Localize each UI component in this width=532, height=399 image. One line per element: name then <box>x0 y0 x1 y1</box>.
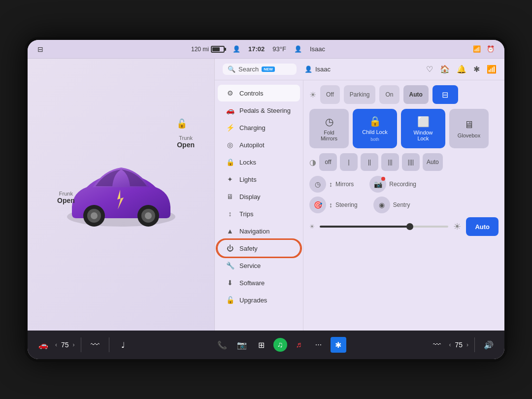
brightness-auto-button[interactable]: Auto <box>466 217 499 236</box>
controls-area: ☀ Off Parking On Auto ⊟ ◷ <box>303 80 504 331</box>
temp-left-arrow-down[interactable]: ‹ <box>55 341 57 348</box>
temp-left-arrow-up[interactable]: › <box>73 341 75 348</box>
phone-icon[interactable]: 📞 <box>214 337 230 353</box>
status-center: 120 mi 👤 17:02 93°F 👤 Isaac <box>191 45 325 53</box>
display-toggle-icon: ⊟ <box>442 90 448 100</box>
glovebox-icon: 🖥 <box>464 119 474 131</box>
vent-level3-button[interactable]: ||| <box>381 153 399 171</box>
child-lock-label: Child Lock <box>362 129 387 135</box>
temp-right-value: 75 <box>455 341 463 349</box>
music-note-icon[interactable]: ♩ <box>115 337 131 353</box>
lights-control-row: ☀ Off Parking On Auto ⊟ <box>309 85 499 104</box>
brightness-low-icon: ☀ <box>309 223 315 230</box>
battery-fill <box>212 47 220 51</box>
temp-right-arrow-down[interactable]: ‹ <box>449 341 451 348</box>
vent-level2-button[interactable]: || <box>361 153 378 171</box>
vent-level4-icon: |||| <box>408 159 414 166</box>
trips-icon: ↕ <box>226 210 234 218</box>
frunk-status: Frunk Open <box>57 191 75 204</box>
nav-item-pedals[interactable]: 🚗 Pedals & Steering <box>218 102 300 119</box>
spotify-icon[interactable]: ♫ <box>273 338 287 352</box>
sentry-section: ◉ Sentry <box>373 197 410 213</box>
heart-icon[interactable]: ♡ <box>426 65 433 74</box>
right-header: 🔍 Search NEW 👤 Isaac ♡ 🏠 🔔 ✱ 📶 <box>215 59 504 80</box>
camera-taskbar-icon[interactable]: 📷 <box>234 337 250 353</box>
grid-icon[interactable]: ⊞ <box>254 337 269 353</box>
vent-control-row: ◑ off | || ||| || <box>309 153 499 171</box>
vent-icon: ◑ <box>309 158 316 167</box>
vent-level4-button[interactable]: |||| <box>402 153 420 171</box>
nav-item-display[interactable]: 🖥 Display <box>218 188 300 205</box>
lights-auto-button[interactable]: Auto <box>403 85 429 104</box>
lock-icon[interactable]: 🏠 <box>440 65 450 74</box>
nav-item-controls[interactable]: ⚙ Controls <box>218 85 300 101</box>
nav-item-charging[interactable]: ⚡ Charging <box>218 119 300 136</box>
user-name-status: Isaac <box>310 45 325 53</box>
signal-icon[interactable]: 📶 <box>487 65 497 74</box>
locks-icon: 🔒 <box>226 158 234 166</box>
nav-item-upgrades[interactable]: 🔓 Upgrades <box>218 292 300 308</box>
safety-icon: ⏻ <box>226 244 234 252</box>
nav-item-autopilot[interactable]: ◎ Autopilot <box>218 136 300 153</box>
lights-on-button[interactable]: On <box>379 85 399 104</box>
vent-level1-button[interactable]: | <box>340 153 358 171</box>
window-lock-button[interactable]: ⬜ WindowLock <box>401 109 445 148</box>
camera-icon: 📷 <box>369 176 386 193</box>
bluetooth-taskbar-icon[interactable]: ✱ <box>331 337 346 353</box>
battery-icon <box>211 46 225 53</box>
search-box[interactable]: 🔍 Search NEW <box>223 64 297 75</box>
controls-icon: ⚙ <box>226 89 234 97</box>
vent-off-button[interactable]: off <box>319 153 337 171</box>
window-lock-icon: ⬜ <box>417 116 430 128</box>
nav-item-software[interactable]: ⬇ Software <box>218 274 300 291</box>
divider-1 <box>81 337 81 352</box>
nav-label-navigation: Navigation <box>239 228 269 235</box>
child-lock-icon: 🔒 <box>369 115 381 127</box>
display-toggle-button[interactable]: ⊟ <box>432 85 458 104</box>
heat-right-icon[interactable]: 〰 <box>429 337 445 353</box>
trunk-value: Open <box>177 141 195 149</box>
screen-bezel: ⊟ 120 mi 👤 17:02 93°F 👤 Isaac 📶 ⏰ <box>25 37 507 362</box>
nav-item-navigation[interactable]: ▲ Navigation <box>218 223 300 239</box>
sun-icon: ☀ <box>309 90 316 100</box>
more-apps-icon[interactable]: ··· <box>311 337 327 353</box>
nav-item-trips[interactable]: ↕ Trips <box>218 205 300 222</box>
glovebox-button[interactable]: 🖥 Glovebox <box>449 109 489 148</box>
screen-icon: ⊟ <box>37 45 43 53</box>
fan-icon[interactable]: 〰 <box>87 337 103 353</box>
nav-item-safety[interactable]: ⏻ Safety <box>218 240 300 257</box>
wifi-icon: 📶 <box>473 45 481 53</box>
car-taskbar-icon[interactable]: 🚗 <box>35 337 51 353</box>
search-placeholder: Search <box>238 66 259 73</box>
vent-auto-button[interactable]: Auto <box>423 153 443 171</box>
bluetooth-header-icon[interactable]: ✱ <box>473 65 480 74</box>
nav-label-safety: Safety <box>239 245 258 252</box>
bell-icon[interactable]: 🔔 <box>457 65 466 74</box>
lights-off-button[interactable]: Off <box>320 85 340 104</box>
pedals-icon: 🚗 <box>226 106 234 114</box>
car-panel: Trunk Open 🔓 <box>28 59 215 331</box>
temp-right-arrow-up[interactable]: › <box>466 341 468 348</box>
frunk-value: Open <box>57 197 75 204</box>
lights-parking-button[interactable]: Parking <box>344 85 376 104</box>
nav-menu: ⚙ Controls 🚗 Pedals & Steering ⚡ Chargin… <box>215 80 303 331</box>
range-value: 120 mi <box>191 46 209 53</box>
apple-music-icon[interactable]: ♬ <box>291 337 307 353</box>
nav-label-trips: Trips <box>239 210 253 218</box>
steering-arrows: ↕ <box>329 201 332 209</box>
brightness-high-icon: ☀ <box>453 221 461 232</box>
brightness-slider[interactable] <box>320 226 448 228</box>
child-lock-button[interactable]: 🔒 Child Lock both <box>353 109 397 148</box>
nav-item-locks[interactable]: 🔒 Locks <box>218 154 300 170</box>
mirrors-recording-row: ◷ ↕ Mirrors 📷 Recording <box>309 176 499 193</box>
nav-label-lights: Lights <box>239 176 257 183</box>
mirror-icon: ◷ <box>309 176 326 193</box>
right-panel: 🔍 Search NEW 👤 Isaac ♡ 🏠 🔔 ✱ 📶 <box>215 59 504 331</box>
fold-mirrors-button[interactable]: ◷ FoldMirrors <box>309 109 349 148</box>
user-status: 👤 <box>294 45 302 53</box>
unlock-icon: 🔓 <box>176 118 187 129</box>
main-screen: ⊟ 120 mi 👤 17:02 93°F 👤 Isaac 📶 ⏰ <box>28 40 504 359</box>
nav-item-service[interactable]: 🔧 Service <box>218 257 300 274</box>
volume-icon[interactable]: 🔊 <box>481 337 497 353</box>
nav-item-lights[interactable]: ✦ Lights <box>218 171 300 188</box>
